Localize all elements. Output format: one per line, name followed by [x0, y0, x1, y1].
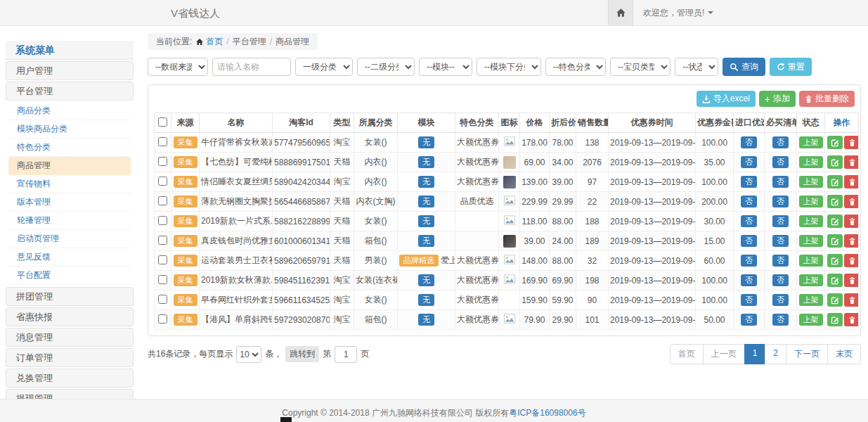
filter-select[interactable]: --二级分类--	[357, 58, 415, 76]
sidebar-item[interactable]: 消息管理	[6, 328, 134, 347]
import-select-toggle[interactable]: 否	[741, 196, 757, 207]
status-badge[interactable]: 上架	[799, 294, 823, 306]
sidebar-item[interactable]: 兑换管理	[6, 369, 134, 388]
row-checkbox[interactable]	[158, 137, 167, 146]
jump-button[interactable]: 跳转到	[285, 346, 319, 362]
delete-button[interactable]	[844, 215, 859, 228]
import-select-toggle[interactable]: 否	[741, 255, 757, 267]
must-buy-toggle[interactable]: 否	[772, 294, 789, 306]
breadcrumb-home-link[interactable]: 首页	[195, 36, 223, 48]
status-badge[interactable]: 上架	[799, 176, 823, 188]
import-select-toggle[interactable]: 否	[741, 274, 757, 286]
sidebar-subitem[interactable]: 轮播管理	[8, 212, 131, 230]
status-badge[interactable]: 上架	[799, 235, 823, 247]
status-badge[interactable]: 上架	[799, 314, 823, 326]
filter-select[interactable]: 一级分类	[295, 58, 353, 76]
must-buy-toggle[interactable]: 否	[772, 255, 789, 267]
must-buy-toggle[interactable]: 否	[772, 176, 789, 188]
edit-button[interactable]	[827, 155, 843, 169]
sidebar-item[interactable]: 拼团管理	[6, 287, 134, 306]
edit-button[interactable]	[827, 313, 843, 326]
row-checkbox[interactable]	[158, 157, 167, 166]
sidebar-subitem-active[interactable]: 商品管理	[8, 157, 131, 175]
sidebar-subitem[interactable]: 意见反馈	[8, 248, 131, 267]
status-badge[interactable]: 上架	[799, 156, 823, 168]
filter-select[interactable]: --状态--	[675, 58, 718, 76]
sidebar-item[interactable]: 平台管理	[6, 82, 134, 101]
delete-button[interactable]	[844, 155, 859, 169]
sidebar-item[interactable]: 省惠快报	[6, 307, 134, 326]
must-buy-toggle[interactable]: 否	[772, 215, 789, 227]
filter-select[interactable]: --宝贝类型--	[610, 58, 671, 76]
per-page-select[interactable]: 10	[236, 346, 261, 363]
filter-select[interactable]: --模块下分类--	[477, 58, 541, 76]
sidebar-item[interactable]: 用户管理	[6, 61, 134, 80]
add-button[interactable]: + 添加	[759, 91, 796, 107]
sidebar-subitem[interactable]: 商品分类	[8, 102, 131, 120]
home-button[interactable]	[608, 0, 633, 25]
page-button-末页[interactable]: 末页	[827, 344, 861, 364]
page-button-2[interactable]: 2	[765, 344, 786, 364]
page-number-input[interactable]	[335, 346, 357, 363]
sidebar-subitem[interactable]: 平台配置	[8, 267, 131, 285]
edit-button[interactable]	[827, 136, 843, 149]
status-badge[interactable]: 上架	[799, 196, 823, 207]
import-select-toggle[interactable]: 否	[741, 235, 757, 247]
status-badge[interactable]: 上架	[799, 215, 823, 227]
import-select-toggle[interactable]: 否	[741, 314, 757, 326]
row-checkbox[interactable]	[158, 177, 167, 186]
edit-button[interactable]	[827, 234, 843, 248]
page-button-首页[interactable]: 首页	[670, 344, 704, 364]
edit-button[interactable]	[827, 195, 843, 208]
sidebar-subitem[interactable]: 宣传物料	[8, 175, 131, 193]
page-button-1[interactable]: 1	[744, 344, 766, 364]
delete-button[interactable]	[844, 234, 859, 248]
delete-button[interactable]	[844, 195, 859, 208]
filter-name-input[interactable]	[212, 58, 291, 76]
row-checkbox[interactable]	[158, 275, 167, 284]
delete-button[interactable]	[844, 274, 859, 287]
page-button-下一页[interactable]: 下一页	[786, 344, 828, 364]
row-checkbox[interactable]	[158, 196, 167, 205]
reset-button[interactable]: 重置	[770, 58, 812, 76]
user-menu[interactable]: 欢迎您，管理员!	[643, 7, 713, 19]
delete-button[interactable]	[844, 313, 859, 326]
edit-button[interactable]	[827, 254, 843, 267]
filter-select[interactable]: --模块--	[419, 58, 472, 76]
edit-button[interactable]	[827, 215, 843, 228]
edit-button[interactable]	[827, 175, 843, 188]
sidebar-subitem[interactable]: 特色分类	[8, 139, 131, 157]
must-buy-toggle[interactable]: 否	[772, 314, 789, 326]
filter-select[interactable]: --特色分类--	[545, 58, 606, 76]
sidebar-subitem[interactable]: 模块商品分类	[8, 120, 131, 139]
delete-button[interactable]	[844, 293, 859, 307]
row-checkbox[interactable]	[158, 236, 167, 245]
sidebar-subitem[interactable]: 启动页管理	[8, 230, 131, 248]
delete-button[interactable]	[844, 175, 859, 188]
select-all-checkbox[interactable]	[158, 117, 167, 127]
delete-button[interactable]	[844, 254, 859, 267]
must-buy-toggle[interactable]: 否	[772, 235, 789, 247]
sidebar-item[interactable]: 订单管理	[6, 348, 134, 367]
must-buy-toggle[interactable]: 否	[772, 196, 789, 207]
row-checkbox[interactable]	[158, 216, 167, 225]
import-select-toggle[interactable]: 否	[741, 176, 757, 188]
row-checkbox[interactable]	[158, 255, 167, 264]
search-button[interactable]: 查询	[723, 58, 765, 76]
page-button-上一页[interactable]: 上一页	[703, 344, 745, 364]
row-checkbox[interactable]	[158, 314, 167, 324]
icp-link[interactable]: 粤ICP备16098006号	[509, 408, 585, 418]
import-select-toggle[interactable]: 否	[741, 294, 757, 306]
edit-button[interactable]	[827, 293, 843, 307]
row-checkbox[interactable]	[158, 295, 167, 304]
batch-delete-button[interactable]: 批量删除	[799, 91, 855, 107]
must-buy-toggle[interactable]: 否	[772, 156, 789, 168]
status-badge[interactable]: 上架	[799, 136, 823, 148]
filter-select[interactable]: --数据来源--	[148, 58, 208, 76]
must-buy-toggle[interactable]: 否	[772, 274, 789, 286]
import-select-toggle[interactable]: 否	[741, 215, 757, 227]
must-buy-toggle[interactable]: 否	[772, 136, 789, 148]
import-select-toggle[interactable]: 否	[741, 156, 757, 168]
import-excel-button[interactable]: 导入excel	[697, 91, 756, 107]
status-badge[interactable]: 上架	[799, 255, 823, 267]
